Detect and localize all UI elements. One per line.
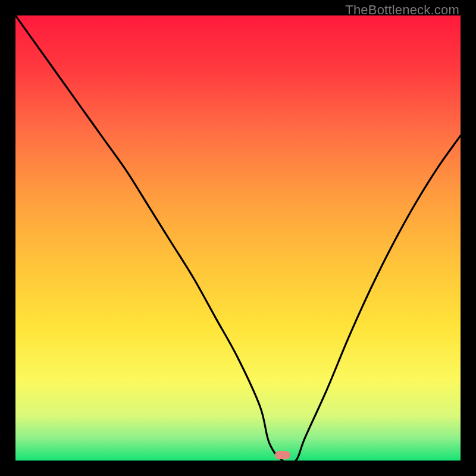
chart-frame: TheBottleneck.com — [0, 0, 476, 476]
bottleneck-curve — [15, 15, 461, 461]
plot-area — [15, 15, 461, 461]
optimal-point-marker — [275, 451, 290, 459]
